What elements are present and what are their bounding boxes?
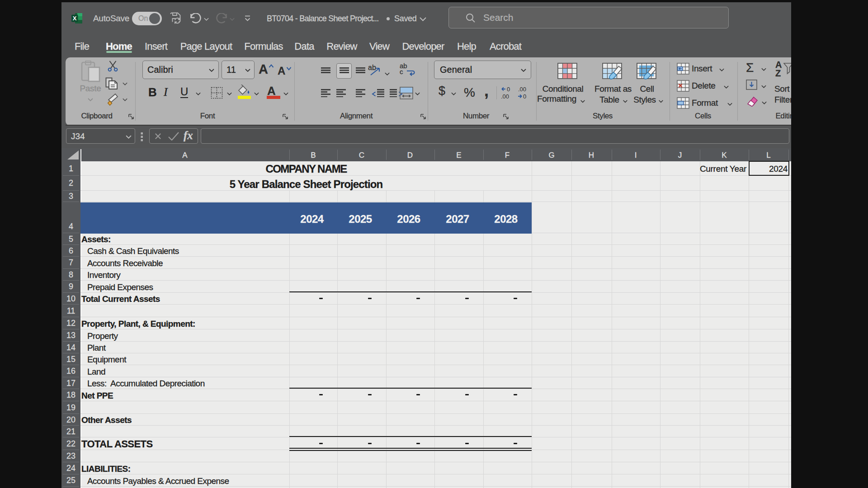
svg-text:0: 0 bbox=[523, 93, 526, 99]
svg-text:.00: .00 bbox=[501, 93, 509, 99]
svg-text:X: X bbox=[73, 15, 77, 22]
svg-text:0: 0 bbox=[507, 86, 510, 93]
svg-text:.00: .00 bbox=[518, 86, 526, 93]
